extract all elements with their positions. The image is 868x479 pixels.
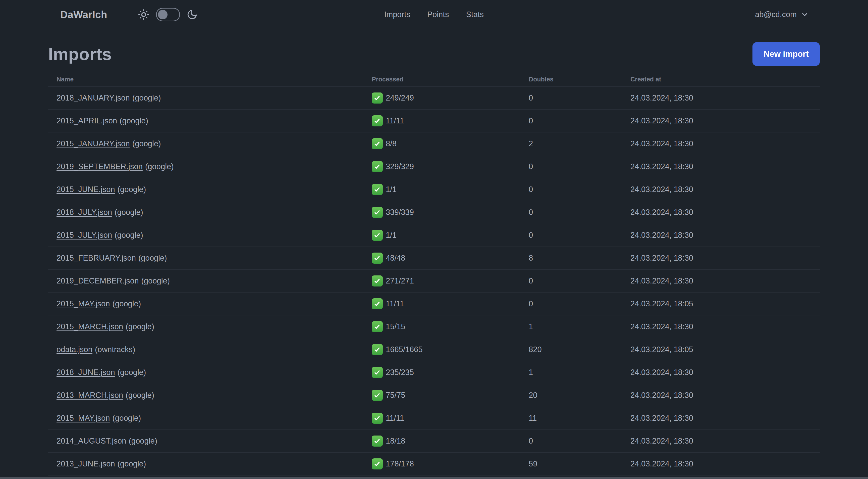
created-at-cell: 24.03.2024, 18:30: [630, 276, 820, 286]
table-body: 2018_JANUARY.json(google)249/249024.03.2…: [48, 87, 820, 479]
doubles-cell: 11: [529, 414, 630, 423]
table-row: 2015_JANUARY.json(google)8/8224.03.2024,…: [48, 132, 820, 155]
theme-toggle[interactable]: [156, 8, 180, 21]
doubles-cell: 8: [529, 253, 630, 263]
import-file-link[interactable]: 2013_JUNE.json: [57, 459, 115, 468]
import-file-link[interactable]: 2019_SEPTEMBER.json: [57, 162, 143, 171]
import-file-link[interactable]: 2015_JULY.json: [57, 231, 112, 239]
doubles-cell: 0: [529, 299, 630, 308]
moon-icon: [187, 9, 198, 20]
import-source: (google): [113, 299, 141, 308]
doubles-cell: 0: [529, 231, 630, 240]
column-header-doubles: Doubles: [529, 76, 630, 83]
check-icon: [372, 92, 383, 103]
check-icon: [372, 184, 383, 195]
created-at-cell: 24.03.2024, 18:30: [630, 391, 820, 400]
nav-link-imports[interactable]: Imports: [384, 10, 410, 19]
user-email: ab@cd.com: [755, 10, 797, 19]
processed-count: 329/329: [386, 162, 414, 171]
table-row: 2013_JUNE.json(google)178/1785924.03.202…: [48, 453, 820, 476]
processed-count: 235/235: [386, 368, 414, 377]
processed-cell: 15/15: [372, 321, 529, 332]
processed-cell: 235/235: [372, 367, 529, 378]
theme-toggle-group: [138, 8, 198, 21]
created-at-cell: 24.03.2024, 18:30: [630, 139, 820, 148]
sun-icon: [138, 9, 149, 20]
import-file-link[interactable]: 2013_MARCH.json: [57, 391, 123, 399]
processed-count: 249/249: [386, 93, 414, 102]
table-row: 2013_MARCH.json(google)75/752024.03.2024…: [48, 384, 820, 407]
import-file-link[interactable]: 2015_FEBRUARY.json: [57, 253, 136, 262]
name-cell: odata.json(owntracks): [48, 345, 372, 354]
name-cell: 2018_JANUARY.json(google): [48, 93, 372, 102]
processed-cell: 11/11: [372, 413, 529, 424]
import-file-link[interactable]: 2018_JULY.json: [57, 208, 112, 217]
name-cell: 2013_MARCH.json(google): [48, 391, 372, 400]
check-icon: [372, 138, 383, 149]
title-row: Imports New import: [48, 42, 820, 66]
column-header-created-at: Created at: [630, 76, 820, 83]
table-row: 2018_JUNE.json(google)235/235124.03.2024…: [48, 361, 820, 384]
import-source: (google): [113, 414, 141, 422]
import-file-link[interactable]: 2015_MAY.json: [57, 414, 110, 422]
check-icon: [372, 161, 383, 172]
new-import-button[interactable]: New import: [752, 42, 820, 66]
import-source: (google): [141, 276, 170, 285]
processed-cell: 8/8: [372, 138, 529, 149]
name-cell: 2015_MAY.json(google): [48, 414, 372, 423]
nav-link-points[interactable]: Points: [427, 10, 449, 19]
check-icon: [372, 115, 383, 126]
import-source: (google): [138, 253, 167, 262]
import-file-link[interactable]: 2015_JANUARY.json: [57, 139, 130, 148]
import-source: (google): [129, 437, 157, 445]
import-source: (google): [126, 322, 154, 331]
processed-cell: 1665/1665: [372, 344, 529, 355]
import-file-link[interactable]: 2015_JUNE.json: [57, 185, 115, 194]
table-header: Name Processed Doubles Created at: [48, 72, 820, 87]
check-icon: [372, 344, 383, 355]
table-row: 2015_APRIL.json(google)11/11024.03.2024,…: [48, 110, 820, 132]
processed-cell: 249/249: [372, 92, 529, 103]
created-at-cell: 24.03.2024, 18:30: [630, 459, 820, 469]
name-cell: 2015_JUNE.json(google): [48, 185, 372, 194]
doubles-cell: 0: [529, 93, 630, 102]
table-row: odata.json(owntracks)1665/166582024.03.2…: [48, 338, 820, 361]
table-row: 2019_SEPTEMBER.json(google)329/329024.03…: [48, 155, 820, 178]
name-cell: 2018_JUNE.json(google): [48, 368, 372, 377]
name-cell: 2015_FEBRUARY.json(google): [48, 253, 372, 263]
processed-cell: 339/339: [372, 207, 529, 218]
import-file-link[interactable]: 2019_DECEMBER.json: [57, 276, 138, 285]
processed-count: 48/48: [386, 253, 405, 263]
app-logo[interactable]: DaWarIch: [60, 9, 107, 20]
import-file-link[interactable]: 2015_MARCH.json: [57, 322, 123, 331]
import-file-link[interactable]: 2018_JANUARY.json: [57, 93, 130, 102]
doubles-cell: 1: [529, 322, 630, 331]
import-file-link[interactable]: 2018_JUNE.json: [57, 368, 115, 377]
table-row: 2018_JULY.json(google)339/339024.03.2024…: [48, 201, 820, 224]
name-cell: 2019_DECEMBER.json(google): [48, 276, 372, 286]
processed-cell: 1/1: [372, 184, 529, 195]
name-cell: 2018_JULY.json(google): [48, 208, 372, 217]
name-cell: 2015_MARCH.json(google): [48, 322, 372, 331]
processed-count: 11/11: [386, 116, 404, 125]
name-cell: 2019_SEPTEMBER.json(google): [48, 162, 372, 171]
processed-count: 15/15: [386, 322, 405, 331]
created-at-cell: 24.03.2024, 18:05: [630, 299, 820, 308]
import-file-link[interactable]: 2014_AUGUST.json: [57, 437, 126, 445]
import-file-link[interactable]: 2015_APRIL.json: [57, 116, 117, 125]
processed-cell: 329/329: [372, 161, 529, 172]
import-file-link[interactable]: odata.json: [57, 345, 92, 354]
nav-link-stats[interactable]: Stats: [466, 10, 484, 19]
check-icon: [372, 413, 383, 424]
import-source: (google): [118, 185, 146, 194]
import-source: (google): [132, 93, 161, 102]
user-menu[interactable]: ab@cd.com: [755, 10, 809, 19]
horizontal-scrollbar[interactable]: [0, 477, 868, 479]
imports-table: Name Processed Doubles Created at 2018_J…: [48, 72, 820, 479]
created-at-cell: 24.03.2024, 18:30: [630, 322, 820, 331]
doubles-cell: 0: [529, 208, 630, 217]
import-file-link[interactable]: 2015_MAY.json: [57, 299, 110, 308]
import-source: (google): [126, 391, 154, 399]
check-icon: [372, 458, 383, 470]
import-source: (google): [132, 139, 161, 148]
